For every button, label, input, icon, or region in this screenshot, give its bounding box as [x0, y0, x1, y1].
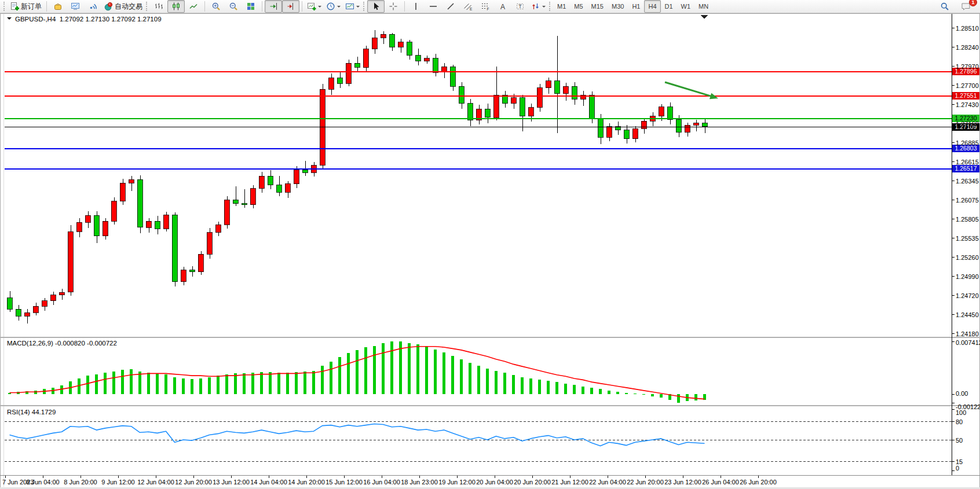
time-tick-label: 8 Jun 04:00 — [26, 479, 60, 486]
candle — [24, 312, 30, 316]
candle — [606, 127, 612, 137]
macd-histogram-bar — [286, 373, 289, 394]
fibonacci-tool-button[interactable]: F — [477, 0, 494, 13]
vertical-line-tool-button[interactable] — [407, 0, 425, 13]
candle — [511, 98, 516, 104]
macd-histogram-bar — [234, 373, 237, 394]
toolbar-drag-handle[interactable] — [549, 2, 550, 11]
metaeditor-button[interactable] — [49, 0, 67, 13]
time-tick-label: 18 Jun 23:00 — [401, 479, 438, 486]
new-order-button[interactable]: 新订单 — [8, 0, 44, 13]
time-tick-label: 13 Jun 12:00 — [213, 479, 250, 486]
timeframe-button-m30[interactable]: M30 — [608, 0, 628, 13]
zoom-in-button[interactable] — [207, 0, 225, 13]
svg-text:T: T — [518, 3, 522, 9]
timeframe-button-m15[interactable]: M15 — [587, 0, 608, 13]
macd-histogram-bar — [303, 372, 306, 394]
macd-histogram-bar — [582, 387, 584, 395]
timeframe-button-m1[interactable]: M1 — [553, 0, 570, 13]
macd-histogram-bar — [382, 343, 385, 394]
tile-windows-button[interactable] — [242, 0, 259, 13]
bar-chart-icon — [154, 2, 163, 11]
candle — [467, 104, 473, 120]
timeframe-button-mn[interactable]: MN — [694, 0, 712, 13]
chat-button[interactable]: 1 — [957, 0, 974, 13]
zoom-in-icon — [211, 2, 221, 11]
toolbar-separator — [46, 1, 47, 12]
autotrading-button[interactable]: 自动交易 — [101, 0, 145, 13]
candle — [459, 86, 464, 103]
channel-tool-button[interactable]: E — [459, 0, 477, 13]
cursor-tool-button[interactable] — [367, 0, 385, 13]
search-button[interactable] — [936, 0, 953, 13]
candle — [667, 107, 672, 120]
macd-histogram-bar — [477, 366, 480, 394]
horizontal-line-tool-button[interactable] — [425, 0, 442, 13]
candle — [302, 170, 308, 172]
rsi-tick-label: 80 — [956, 418, 963, 425]
macd-histogram-bar — [564, 384, 567, 394]
rsi-tick-label: 50 — [956, 437, 963, 444]
candle — [215, 225, 221, 232]
autotrading-label: 自动交易 — [115, 2, 142, 12]
candle — [702, 123, 707, 127]
macd-histogram-bar — [138, 372, 141, 394]
chart-canvas[interactable]: 1.278961.275511.272301.271091.268031.265… — [0, 0, 980, 489]
timeframe-button-w1[interactable]: W1 — [677, 0, 695, 13]
chart-dropdown-caret[interactable] — [7, 17, 12, 22]
terminal-button[interactable] — [67, 0, 84, 13]
time-tick-label: 20 Jun 20:00 — [514, 479, 551, 486]
macd-histogram-bar — [634, 394, 637, 394]
candle — [242, 204, 247, 205]
crosshair-tool-button[interactable] — [385, 0, 402, 13]
macd-histogram-bar — [521, 377, 524, 395]
candle — [372, 38, 377, 49]
fibonacci-icon: F — [481, 2, 490, 11]
candlestick-chart-button[interactable] — [167, 0, 185, 13]
time-tick-label: 15 Jun 12:00 — [326, 479, 363, 486]
arrows-tool-button[interactable] — [529, 0, 548, 13]
text-label-tool-button[interactable]: T — [511, 0, 529, 13]
candle — [685, 125, 690, 132]
macd-histogram-bar — [104, 373, 107, 394]
toolbar-drag-handle[interactable] — [3, 2, 5, 11]
macd-histogram-bar — [321, 366, 324, 394]
candle — [346, 63, 351, 83]
macd-histogram-bar — [330, 362, 332, 395]
timeframe-button-d1[interactable]: D1 — [661, 0, 677, 13]
zoom-out-button[interactable] — [225, 0, 242, 13]
timeframe-button-m5[interactable]: M5 — [570, 0, 587, 13]
candle — [520, 98, 525, 116]
macd-histogram-bar — [312, 371, 315, 395]
candle — [111, 201, 116, 221]
line-chart-button[interactable] — [185, 0, 202, 13]
trendline-tool-button[interactable] — [442, 0, 459, 13]
macd-histogram-bar — [251, 373, 254, 394]
candle — [146, 221, 151, 227]
chart-shift-button[interactable] — [282, 0, 299, 13]
price-tick-label: 1.27700 — [956, 82, 979, 89]
bar-chart-button[interactable] — [150, 0, 167, 13]
toolbar-separator — [302, 1, 302, 12]
toolbar-drag-handle[interactable] — [363, 2, 364, 11]
candle — [554, 81, 560, 94]
indicators-button[interactable] — [305, 0, 324, 13]
timeframe-button-h1[interactable]: H1 — [628, 0, 644, 13]
toolbar-drag-handle[interactable] — [146, 2, 147, 11]
macd-histogram-bar — [147, 373, 150, 394]
price-tick-label: 1.24180 — [956, 330, 979, 337]
candle — [68, 231, 73, 292]
candle — [137, 179, 142, 227]
auto-scroll-button[interactable] — [265, 0, 282, 13]
timeframe-button-h4[interactable]: H4 — [644, 0, 660, 13]
price-tick-label: 1.26885 — [956, 139, 979, 146]
text-tool-button[interactable]: A — [494, 0, 511, 13]
periods-button[interactable] — [324, 0, 343, 13]
text-tool-icon: A — [498, 2, 507, 11]
candle — [233, 200, 238, 203]
templates-button[interactable] — [343, 0, 362, 13]
candle — [224, 200, 229, 225]
candle — [94, 215, 99, 236]
time-tick-label: 23 Jun 12:00 — [664, 479, 701, 486]
signals-button[interactable] — [84, 0, 101, 13]
